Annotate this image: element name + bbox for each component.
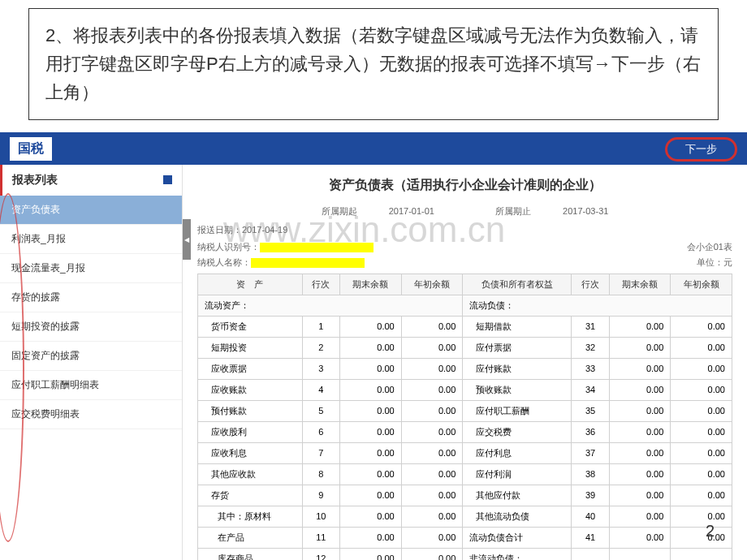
table-header-cell: 年初余额 — [671, 274, 732, 295]
end-balance[interactable]: 0.00 — [340, 316, 402, 337]
sidebar-item[interactable]: 应付职工薪酬明细表 — [0, 371, 182, 400]
page-number: 2 — [706, 522, 715, 541]
end-balance[interactable]: 0.00 — [609, 337, 671, 358]
end-balance[interactable]: 0.00 — [609, 463, 671, 485]
begin-balance[interactable]: 0.00 — [671, 337, 732, 358]
end-balance[interactable]: 0.00 — [340, 442, 402, 463]
end-balance[interactable]: 0.00 — [609, 442, 671, 463]
row-num: 7 — [302, 442, 339, 463]
period-end: 所属期止 2017-03-31 — [481, 206, 623, 216]
end-balance[interactable]: 0.00 — [340, 421, 402, 442]
asset-name: 预付账款 — [198, 400, 303, 421]
period-row: 所属期起 2017-01-01 所属期止 2017-03-31 — [197, 205, 732, 218]
row-num: 38 — [572, 463, 609, 485]
begin-balance[interactable]: 0.00 — [401, 337, 463, 358]
end-balance[interactable]: 0.00 — [609, 379, 671, 400]
row-num: 40 — [572, 506, 609, 527]
begin-balance[interactable]: 0.00 — [671, 316, 732, 337]
next-step-button[interactable]: 下一步 — [665, 137, 737, 162]
begin-balance[interactable]: 0.00 — [401, 548, 463, 560]
begin-balance[interactable]: 0.00 — [401, 379, 463, 400]
begin-balance[interactable]: 0.00 — [401, 358, 463, 379]
section-right: 流动负债： — [463, 295, 732, 316]
sidebar-header: 报表列表 — [0, 165, 182, 196]
begin-balance[interactable]: 0.00 — [401, 316, 463, 337]
table-row: 存货90.000.00其他应付款390.000.00 — [198, 485, 732, 506]
balance-sheet-table: 资 产行次期末余额年初余额负债和所有者权益行次期末余额年初余额 流动资产：流动负… — [197, 274, 732, 560]
end-balance[interactable]: 0.00 — [609, 485, 671, 506]
end-balance[interactable]: 0.00 — [340, 548, 402, 560]
table-row: 在产品110.000.00流动负债合计410.000.00 — [198, 527, 732, 548]
row-num: 34 — [572, 379, 609, 400]
begin-balance[interactable]: 0.00 — [401, 400, 463, 421]
sidebar-title: 报表列表 — [12, 173, 58, 187]
row-num: 1 — [302, 316, 339, 337]
begin-balance[interactable]: 0.00 — [401, 463, 463, 485]
sidebar-toggle-icon[interactable] — [163, 175, 172, 184]
begin-balance[interactable]: 0.00 — [401, 485, 463, 506]
row-num: 5 — [302, 400, 339, 421]
end-balance[interactable]: 0.00 — [609, 527, 671, 548]
report-title: 资产负债表（适用执行小企业会计准则的企业） — [197, 177, 732, 194]
taxpayer-name-row: 纳税人名称： 单位：元 — [197, 256, 732, 269]
end-balance[interactable]: 0.00 — [340, 485, 402, 506]
row-num: 3 — [302, 358, 339, 379]
table-header-cell: 行次 — [302, 274, 339, 295]
begin-balance[interactable]: 0.00 — [671, 442, 732, 463]
table-row: 应收账款40.000.00预收账款340.000.00 — [198, 379, 732, 400]
end-balance[interactable]: 0.00 — [340, 358, 402, 379]
end-balance[interactable]: 0.00 — [340, 506, 402, 527]
begin-balance[interactable]: 0.00 — [401, 421, 463, 442]
table-row: 预付账款50.000.00应付职工薪酬350.000.00 — [198, 400, 732, 421]
end-balance[interactable]: 0.00 — [340, 337, 402, 358]
asset-name: 应收账款 — [198, 379, 303, 400]
liability-name: 非流动负债： — [463, 548, 572, 560]
table-header-cell: 行次 — [572, 274, 609, 295]
row-num: 12 — [302, 548, 339, 560]
asset-name: 其中：原材料 — [198, 506, 303, 527]
sidebar-item[interactable]: 资产负债表 — [0, 196, 182, 225]
sidebar-item[interactable]: 固定资产的披露 — [0, 342, 182, 371]
begin-balance[interactable]: 0.00 — [671, 527, 732, 548]
row-num: 10 — [302, 506, 339, 527]
asset-name: 库存商品 — [198, 548, 303, 560]
sidebar-item[interactable]: 利润表_月报 — [0, 225, 182, 254]
table-header-cell: 期末余额 — [609, 274, 671, 295]
row-num: 8 — [302, 463, 339, 485]
end-balance[interactable]: 0.00 — [609, 358, 671, 379]
begin-balance[interactable]: 0.00 — [671, 463, 732, 485]
begin-balance[interactable]: 0.00 — [671, 379, 732, 400]
begin-balance[interactable]: 0.00 — [401, 442, 463, 463]
asset-name: 短期投资 — [198, 337, 303, 358]
content-area: www.zixin.com.cn 资产负债表（适用执行小企业会计准则的企业） 所… — [183, 165, 747, 560]
table-row: 短期投资20.000.00应付票据320.000.00 — [198, 337, 732, 358]
sidebar-item[interactable]: 短期投资的披露 — [0, 312, 182, 342]
sidebar-item[interactable]: 应交税费明细表 — [0, 400, 182, 429]
begin-balance[interactable]: 0.00 — [671, 358, 732, 379]
table-header-cell: 年初余额 — [401, 274, 463, 295]
begin-balance[interactable]: 0.00 — [401, 527, 463, 548]
row-num: 4 — [302, 379, 339, 400]
table-row: 库存商品120.000.00非流动负债： — [198, 548, 732, 560]
table-header-cell: 资 产 — [198, 274, 303, 295]
liability-name: 预收账款 — [463, 379, 572, 400]
row-num: 41 — [572, 527, 609, 548]
begin-balance[interactable]: 0.00 — [671, 506, 732, 527]
end-balance[interactable]: 0.00 — [609, 400, 671, 421]
end-balance[interactable]: 0.00 — [340, 400, 402, 421]
asset-name: 存货 — [198, 485, 303, 506]
end-balance[interactable]: 0.00 — [340, 527, 402, 548]
begin-balance[interactable]: 0.00 — [671, 485, 732, 506]
begin-balance[interactable]: 0.00 — [671, 400, 732, 421]
sidebar-item[interactable]: 现金流量表_月报 — [0, 254, 182, 283]
end-balance[interactable]: 0.00 — [609, 316, 671, 337]
begin-balance[interactable]: 0.00 — [401, 506, 463, 527]
begin-balance[interactable]: 0.00 — [671, 421, 732, 442]
end-balance[interactable]: 0.00 — [340, 463, 402, 485]
sidebar-item[interactable]: 存货的披露 — [0, 283, 182, 312]
asset-name: 应收票据 — [198, 358, 303, 379]
end-balance[interactable]: 0.00 — [340, 379, 402, 400]
end-balance[interactable]: 0.00 — [609, 506, 671, 527]
table-row: 应收股利60.000.00应交税费360.000.00 — [198, 421, 732, 442]
end-balance[interactable]: 0.00 — [609, 421, 671, 442]
